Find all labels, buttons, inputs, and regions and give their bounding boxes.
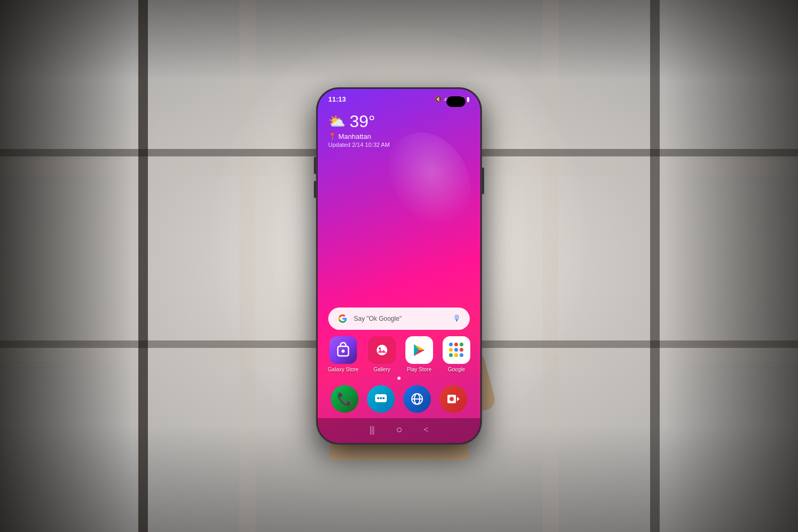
- microphone-icon[interactable]: 🎙: [453, 314, 461, 323]
- front-camera: [446, 96, 466, 107]
- page-indicator: [318, 377, 480, 380]
- home-button[interactable]: ○: [396, 423, 402, 436]
- svg-point-13: [450, 397, 454, 401]
- back-button[interactable]: <: [423, 423, 428, 436]
- google-label: Google: [448, 367, 465, 372]
- grid-dot-9: [460, 353, 463, 357]
- grid-dot-3: [460, 343, 463, 346]
- internet-app[interactable]: [403, 385, 431, 413]
- grid-dot-8: [454, 353, 458, 357]
- dock-row: 📞: [318, 385, 480, 418]
- app-icons-row: Galaxy Store Gallery: [318, 336, 480, 372]
- page-dot-1: [397, 377, 401, 380]
- google-icon: [443, 336, 470, 364]
- svg-point-3: [379, 347, 381, 350]
- galaxy-store-app[interactable]: Galaxy Store: [328, 336, 359, 372]
- messages-app[interactable]: [367, 385, 395, 413]
- battery-icon: ▮: [467, 96, 470, 103]
- svg-point-6: [380, 397, 382, 400]
- internet-icon: [403, 385, 431, 413]
- grid-dot-2: [454, 343, 458, 346]
- screen-recorder-app[interactable]: [439, 385, 467, 413]
- play-store-icon: [405, 336, 433, 364]
- svg-point-5: [377, 397, 379, 400]
- play-store-label: Play Store: [407, 367, 431, 372]
- main-content: 11:13 🔇 4G ▌▌▌ ▮ ⛅ 39° 📍 Manhattan: [317, 88, 481, 444]
- grid-dot-4: [449, 348, 453, 352]
- weather-updated: Updated 2/14 10:32 AM: [328, 142, 470, 148]
- galaxy-store-label: Galaxy Store: [328, 367, 359, 372]
- svg-point-2: [377, 345, 387, 355]
- vol-down-button[interactable]: [314, 181, 316, 198]
- google-search-bar[interactable]: Say "Ok Google" 🎙: [328, 307, 470, 330]
- weather-temperature: 39°: [350, 112, 375, 131]
- grid-dot-6: [460, 348, 463, 352]
- phone-icon: 📞: [331, 385, 359, 413]
- recorder-icon: [439, 385, 467, 413]
- location-pin-icon: 📍: [328, 132, 337, 140]
- recent-apps-button[interactable]: |||: [370, 423, 375, 436]
- weather-row: ⛅ 39°: [328, 112, 470, 131]
- mute-icon: 🔇: [435, 96, 442, 103]
- galaxy-store-icon: [329, 336, 357, 364]
- gallery-label: Gallery: [373, 367, 390, 372]
- grid-dot-1: [449, 343, 453, 346]
- phone-screen: 11:13 🔇 4G ▌▌▌ ▮ ⛅ 39° 📍 Manhattan: [318, 89, 480, 443]
- weather-location: 📍 Manhattan: [328, 132, 470, 140]
- google-app[interactable]: Google: [443, 336, 470, 372]
- play-store-app[interactable]: Play Store: [405, 336, 433, 372]
- grid-dot-7: [449, 353, 453, 357]
- search-placeholder-text: Say "Ok Google": [354, 315, 447, 322]
- status-time: 11:13: [328, 95, 346, 103]
- power-button[interactable]: [482, 168, 484, 194]
- weather-condition-icon: ⛅: [328, 113, 345, 130]
- google-apps-grid: [449, 343, 464, 358]
- grid-dot-5: [454, 348, 458, 352]
- svg-point-7: [383, 397, 385, 400]
- phone-app[interactable]: 📞: [331, 385, 359, 413]
- google-g-logo: [337, 313, 348, 325]
- svg-marker-12: [457, 397, 460, 401]
- svg-point-1: [342, 350, 345, 353]
- messages-icon: [367, 385, 395, 413]
- weather-widget[interactable]: ⛅ 39° 📍 Manhattan Updated 2/14 10:32 AM: [318, 105, 480, 152]
- vol-up-button[interactable]: [314, 157, 316, 174]
- phone-device: 11:13 🔇 4G ▌▌▌ ▮ ⛅ 39° 📍 Manhattan: [317, 88, 481, 444]
- gallery-icon: [368, 336, 396, 364]
- gallery-app[interactable]: Gallery: [368, 336, 396, 372]
- navigation-bar: ||| ○ <: [318, 418, 480, 443]
